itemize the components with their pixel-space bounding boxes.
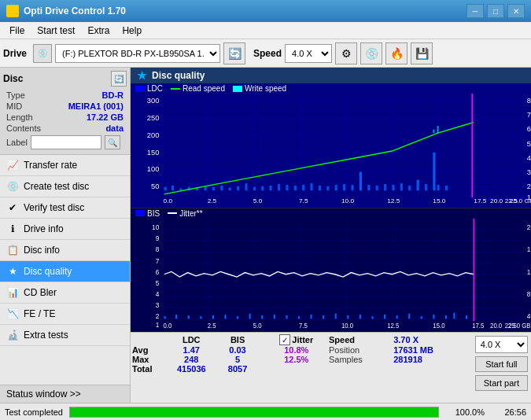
svg-rect-131: [396, 315, 398, 318]
sidebar-item-fe-te-label: FE / TE: [24, 308, 55, 319]
create-test-disc-icon: 💿: [6, 180, 19, 193]
content-area: ★ Disc quality LDC Read speed: [131, 68, 531, 403]
svg-text:25.0 GB: 25.0 GB: [508, 322, 531, 330]
settings-button[interactable]: ⚙: [335, 42, 357, 64]
svg-rect-137: [466, 315, 467, 318]
sidebar-item-extra-tests-label: Extra tests: [24, 330, 68, 341]
stats-table: LDC BIS ✓ Jitter Speed 3.70 X: [132, 334, 470, 374]
svg-rect-128: [360, 314, 361, 318]
sidebar-item-disc-info-label: Disc info: [24, 245, 60, 256]
menu-start-test[interactable]: Start test: [31, 24, 81, 38]
sidebar-item-fe-te[interactable]: 📉 FE / TE: [0, 304, 130, 325]
svg-rect-117: [224, 314, 226, 318]
menu-help[interactable]: Help: [116, 24, 148, 38]
svg-rect-46: [302, 185, 304, 190]
jitter-checkbox-cell[interactable]: ✓ Jitter: [264, 334, 329, 345]
svg-rect-113: [175, 314, 177, 318]
svg-rect-132: [408, 313, 410, 319]
legend-jitter: Jitter**: [168, 209, 202, 218]
status-bar: Test completed 100.0% 26:56: [0, 403, 531, 420]
stats-spacer2: [256, 345, 264, 355]
sidebar-item-disc-quality-label: Disc quality: [24, 266, 72, 277]
legend-ldc-label: LDC: [147, 84, 163, 93]
disc-contents-row: Contents data: [3, 123, 127, 134]
legend-ldc-color: [135, 86, 145, 92]
disc-length-label: Length: [6, 112, 33, 122]
svg-rect-47: [311, 183, 313, 190]
svg-rect-55: [376, 186, 378, 190]
legend-jitter-label: Jitter**: [179, 209, 202, 218]
stats-total-bis: 8057: [219, 364, 256, 374]
svg-rect-54: [367, 185, 370, 190]
drive-label: Drive: [3, 48, 27, 59]
speed-label: Speed: [253, 48, 282, 59]
bottom-chart-svg: 10 9 8 7 6 5 4 3 2 1 20% 16% 12% 8% 4%: [131, 219, 531, 330]
start-full-button[interactable]: Start full: [475, 356, 528, 372]
svg-rect-49: [326, 186, 329, 190]
drive-eject-icon[interactable]: 💿: [33, 44, 52, 63]
svg-rect-125: [323, 315, 324, 318]
maximize-button[interactable]: □: [487, 4, 504, 18]
menu-extra[interactable]: Extra: [81, 24, 116, 38]
stats-total-row: Total 415036 8057: [132, 364, 470, 374]
minimize-button[interactable]: ─: [466, 4, 484, 18]
disc-info-icon: 📋: [6, 244, 19, 256]
sidebar-item-extra-tests[interactable]: 🔬 Extra tests: [0, 325, 130, 346]
sidebar-item-verify-test-disc[interactable]: ✔ Verify test disc: [0, 197, 130, 219]
jitter-checkbox[interactable]: ✓: [279, 334, 290, 345]
drive-select[interactable]: (F:) PLEXTOR BD-R PX-LB950SA 1.04: [55, 44, 220, 63]
stats-avg-row: Avg 1.47 0.03 10.8% Position 17631 MB: [132, 345, 470, 355]
legend-bis-color: [135, 210, 145, 216]
disc-refresh-button[interactable]: 🔄: [111, 71, 127, 87]
svg-text:2.5: 2.5: [208, 322, 216, 330]
label-icon-button[interactable]: 🔍: [105, 135, 120, 149]
sidebar-item-drive-info[interactable]: ℹ Drive info: [0, 219, 130, 240]
svg-text:15.0: 15.0: [433, 197, 446, 204]
drive-refresh-button[interactable]: 🔄: [223, 42, 245, 64]
svg-rect-129: [371, 316, 373, 319]
svg-text:12%: 12%: [527, 267, 531, 275]
disc-button[interactable]: 💿: [360, 42, 382, 64]
sidebar-item-cd-bler[interactable]: 📊 CD Bler: [0, 282, 130, 304]
svg-rect-134: [433, 314, 434, 318]
svg-text:5.0: 5.0: [253, 322, 262, 330]
action-speed-dropdown[interactable]: 4.0 X 2.0 X: [475, 336, 528, 353]
close-button[interactable]: ✕: [507, 4, 525, 18]
svg-text:8X: 8X: [527, 97, 531, 104]
legend-read-speed-label: Read speed: [183, 84, 225, 93]
svg-text:5X: 5X: [527, 140, 531, 147]
svg-rect-53: [360, 172, 362, 191]
menu-file[interactable]: File: [3, 24, 31, 38]
svg-text:6X: 6X: [527, 126, 531, 133]
svg-rect-66: [437, 126, 439, 133]
svg-text:3: 3: [156, 301, 160, 309]
status-window-toggle[interactable]: Status window >>: [0, 385, 130, 403]
sidebar-item-disc-quality[interactable]: ★ Disc quality: [0, 261, 130, 282]
start-part-button[interactable]: Start part: [475, 375, 528, 391]
svg-rect-122: [286, 315, 287, 318]
speed-select[interactable]: 4.0 X 2.0 X 8.0 X: [285, 44, 332, 63]
svg-text:4X: 4X: [527, 154, 531, 161]
stats-max-bis: 5: [219, 355, 256, 364]
svg-rect-65: [433, 130, 434, 134]
svg-rect-43: [278, 184, 280, 190]
legend-write-speed: Write speed: [233, 84, 286, 93]
sidebar-item-drive-info-label: Drive info: [24, 223, 64, 234]
sidebar-item-transfer-rate[interactable]: 📈 Transfer rate: [0, 155, 130, 176]
progress-text: 100.0%: [445, 407, 485, 417]
save-button[interactable]: 💾: [411, 42, 433, 64]
disc-section: Disc 🔄 Type BD-R MID MEIRA1 (001) Length…: [0, 68, 130, 155]
svg-text:3X: 3X: [527, 169, 531, 176]
top-chart-panel: LDC Read speed Write speed: [131, 83, 531, 208]
stats-spacer: [256, 334, 264, 345]
status-window-label: Status window >>: [6, 389, 81, 400]
stats-area: LDC BIS ✓ Jitter Speed 3.70 X: [131, 332, 531, 403]
svg-text:150: 150: [147, 149, 160, 156]
status-text: Test completed: [5, 407, 63, 417]
bottom-chart-panel: BIS Jitter**: [131, 208, 531, 333]
sidebar-item-disc-info[interactable]: 📋 Disc info: [0, 240, 130, 261]
svg-rect-127: [347, 315, 348, 318]
disc-label-input[interactable]: [31, 135, 101, 149]
burn-button[interactable]: 🔥: [385, 42, 407, 64]
sidebar-item-create-test-disc[interactable]: 💿 Create test disc: [0, 176, 130, 197]
